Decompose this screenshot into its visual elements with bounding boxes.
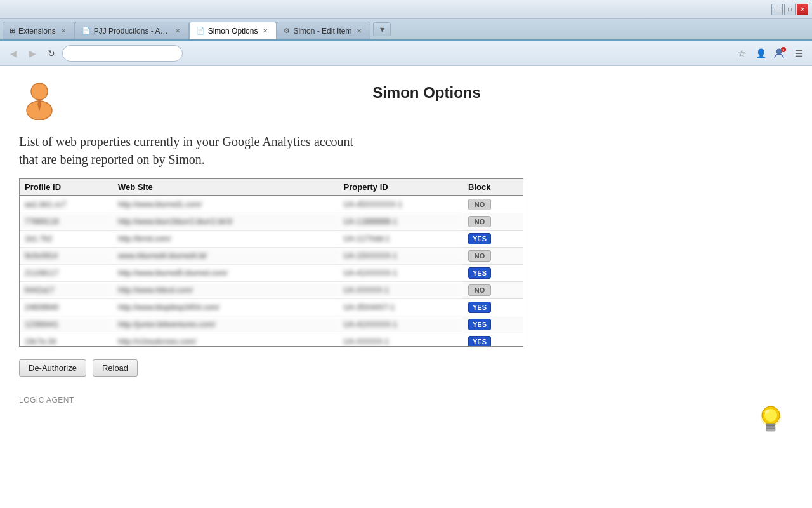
- page-title-area: Simon Options: [60, 79, 793, 102]
- data-table: Profile ID Web Site Property ID Block aa…: [20, 179, 523, 347]
- block-toggle-button[interactable]: NO: [468, 250, 491, 262]
- reload-button[interactable]: Reload: [93, 359, 138, 377]
- table-row: 1b1.7b2http://brnd.com/UA-117Xdd-1YES: [20, 231, 523, 248]
- svg-rect-10: [766, 424, 775, 426]
- tab-pjj[interactable]: 📄 PJJ Productions - Accueil ✕: [75, 22, 189, 39]
- cell-profile-id: 12366441: [20, 316, 113, 333]
- cell-block[interactable]: NO: [463, 248, 523, 265]
- table-row: 19c7e.34http://v1loudcross.com/UA-XXXXX-…: [20, 333, 523, 347]
- cell-website: http://v1loudcross.com/: [113, 333, 339, 347]
- table-row: aa1.bb1.cc7http://www.blurred1.com/UA-45…: [20, 196, 523, 213]
- title-bar: — □ ✕: [0, 0, 812, 19]
- forward-button[interactable]: ▶: [24, 45, 41, 62]
- cell-property-id: UA-45XXXXXX-1: [339, 196, 463, 213]
- tab-simon-edit[interactable]: ⚙ Simon - Edit Item ✕: [277, 22, 370, 39]
- address-bar[interactable]: [62, 45, 183, 62]
- cell-website: http://www.blurred1.com/: [113, 196, 339, 213]
- cell-block[interactable]: YES: [463, 265, 523, 282]
- block-toggle-button[interactable]: NO: [468, 216, 491, 227]
- block-toggle-button[interactable]: NO: [468, 199, 491, 210]
- cell-website: http://junior.bldventures.com/: [113, 316, 339, 333]
- tab-extensions-label: Extensions: [18, 27, 56, 36]
- page-header: Simon Options: [19, 79, 793, 120]
- block-toggle-button[interactable]: YES: [468, 233, 491, 244]
- cell-property-id: UA-XXXXX-1: [339, 282, 463, 299]
- user-alert-icon[interactable]: 1: [771, 45, 788, 62]
- tab-simon-options-label: Simon Options: [208, 27, 258, 36]
- cell-website: http://www.rbbcd.com/: [113, 282, 339, 299]
- cell-block[interactable]: NO: [463, 282, 523, 299]
- cell-property-id: UA-XXXXX-1: [339, 333, 463, 347]
- block-toggle-button[interactable]: YES: [468, 336, 491, 347]
- tab-bar: ⊞ Extensions ✕ 📄 PJJ Productions - Accue…: [0, 19, 812, 41]
- table-header-row: Profile ID Web Site Property ID Block: [20, 179, 523, 196]
- cell-website: http://www.blurr2blurr2.blurr2.blr3/: [113, 213, 339, 231]
- cell-block[interactable]: YES: [463, 316, 523, 333]
- cell-block[interactable]: YES: [463, 333, 523, 347]
- cell-property-id: UA-11BBBBB-1: [339, 213, 463, 231]
- close-button[interactable]: ✕: [797, 4, 808, 15]
- col-header-profile-id: Profile ID: [20, 179, 113, 196]
- browser-chrome: — □ ✕ ⊞ Extensions ✕ 📄 PJJ Productions -…: [0, 0, 812, 66]
- minimize-button[interactable]: —: [771, 4, 783, 15]
- deauthorize-button[interactable]: De-Authorize: [19, 359, 86, 377]
- cell-block[interactable]: YES: [463, 299, 523, 316]
- cell-profile-id: 6442a17: [20, 282, 113, 299]
- cell-profile-id: 9c0c0914: [20, 248, 113, 265]
- tab-simon-edit-close[interactable]: ✕: [355, 27, 363, 36]
- cell-website: www.rblurred4.blurred4.bl/: [113, 248, 339, 265]
- block-toggle-button[interactable]: YES: [468, 302, 491, 313]
- svg-rect-11: [766, 426, 775, 429]
- menu-icon[interactable]: ☰: [790, 45, 807, 62]
- pjj-tab-icon: 📄: [82, 27, 91, 35]
- col-header-website: Web Site: [113, 179, 339, 196]
- cell-block[interactable]: YES: [463, 231, 523, 248]
- address-wrapper: 🔍: [62, 45, 731, 62]
- block-toggle-button[interactable]: YES: [468, 267, 491, 279]
- cell-website: http://www.blopblop3454.com/: [113, 299, 339, 316]
- tab-simon-edit-label: Simon - Edit Item: [293, 27, 351, 36]
- tab-simon-options[interactable]: 📄 Simon Options ✕: [189, 22, 277, 39]
- footer: LOGIC AGENT: [19, 396, 793, 404]
- cell-profile-id: 24609940: [20, 299, 113, 316]
- simon-options-tab-icon: 📄: [196, 27, 205, 35]
- cell-block[interactable]: NO: [463, 196, 523, 213]
- cell-profile-id: 77889118: [20, 213, 113, 231]
- block-toggle-button[interactable]: YES: [468, 319, 491, 330]
- user-icon[interactable]: 👤: [752, 45, 769, 62]
- tab-simon-options-close[interactable]: ✕: [261, 27, 270, 36]
- page-content: Simon Options List of web properties cur…: [0, 66, 812, 508]
- table-row: 12366441http://junior.bldventures.com/UA…: [20, 316, 523, 333]
- bookmark-icon[interactable]: ☆: [733, 45, 750, 62]
- cell-profile-id: 19c7e.34: [20, 333, 113, 347]
- table-row: 6442a17http://www.rbbcd.com/UA-XXXXX-1NO: [20, 282, 523, 299]
- col-header-block: Block: [463, 179, 523, 196]
- back-button[interactable]: ◀: [5, 45, 22, 62]
- cell-profile-id: 21108117: [20, 265, 113, 282]
- new-tab-button[interactable]: ▾: [373, 22, 391, 36]
- block-toggle-button[interactable]: NO: [468, 284, 491, 296]
- svg-point-0: [776, 49, 782, 54]
- col-header-property-id: Property ID: [339, 179, 463, 196]
- page-title: Simon Options: [60, 84, 793, 102]
- tab-extensions-close[interactable]: ✕: [59, 27, 68, 36]
- description: List of web properties currently in your…: [19, 133, 793, 168]
- cell-profile-id: 1b1.7b2: [20, 231, 113, 248]
- maximize-button[interactable]: □: [784, 4, 796, 15]
- cell-block[interactable]: NO: [463, 213, 523, 231]
- tab-extensions[interactable]: ⊞ Extensions ✕: [3, 22, 75, 39]
- cell-property-id: UA-117Xdd-1: [339, 231, 463, 248]
- tab-pjj-label: PJJ Productions - Accueil: [94, 27, 170, 36]
- extensions-icon: ⊞: [10, 27, 15, 35]
- cell-property-id: UA-35X44X7-1: [339, 299, 463, 316]
- data-table-wrapper[interactable]: Profile ID Web Site Property ID Block aa…: [19, 178, 523, 347]
- tab-pjj-close[interactable]: ✕: [173, 27, 182, 36]
- table-row: 77889118http://www.blurr2blurr2.blurr2.b…: [20, 213, 523, 231]
- cell-property-id: UA-41XXXXX-1: [339, 316, 463, 333]
- table-row: 24609940http://www.blopblop3454.com/UA-3…: [20, 299, 523, 316]
- reload-page-button[interactable]: ↻: [43, 45, 60, 62]
- table-row: 21108117http://www.blurred5.blurred.com/…: [20, 265, 523, 282]
- cell-property-id: UA-41XXXXX-1: [339, 265, 463, 282]
- title-bar-buttons: — □ ✕: [771, 4, 808, 15]
- svg-point-3: [31, 83, 48, 100]
